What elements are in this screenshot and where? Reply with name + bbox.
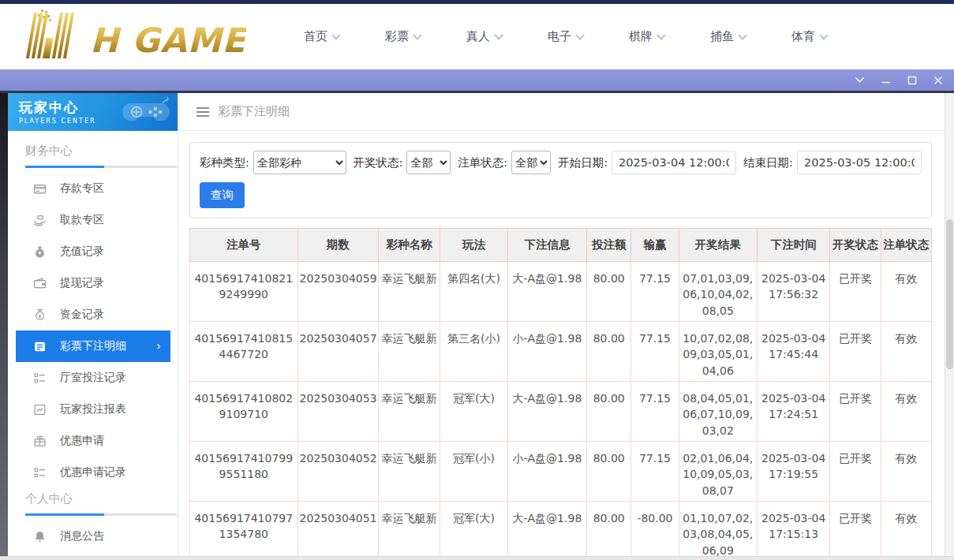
order-status-select[interactable]: 全部	[511, 151, 551, 174]
sidebar-item-withdraw-records[interactable]: 提现记录	[16, 267, 170, 299]
nav-item-label: 首页	[304, 29, 327, 44]
lottery-type-label: 彩种类型:	[200, 155, 249, 170]
end-date-input[interactable]	[797, 151, 922, 174]
cell-bet-time: 2025-03-04 17:56:32	[758, 262, 830, 322]
table-row: 40156917410799955118020250304052幸运飞艇新冠军(…	[190, 442, 932, 502]
query-button[interactable]: 查询	[200, 182, 245, 208]
sidebar-item-promo-apply[interactable]: 优惠申请	[16, 425, 170, 457]
players-center-header: 玩家中心 PLAYERS CENTER	[8, 93, 178, 131]
sidebar-item-recharge-records[interactable]: 充值记录	[16, 236, 170, 267]
section-label: 财务中心	[16, 144, 178, 159]
cell-play-type: 第三名(小)	[440, 322, 507, 382]
window-collapse-button[interactable]	[847, 69, 873, 91]
cell-bet-info: 大-A盘@1.98	[507, 502, 586, 557]
cell-period: 20250304059	[297, 262, 378, 322]
money-bag-icon	[33, 245, 47, 259]
sidebar-item-label: 取款专区	[60, 213, 104, 227]
gift-icon	[33, 435, 47, 448]
sidebar-item-deposit-zone[interactable]: 存款专区	[16, 173, 170, 204]
cell-draw-status: 已开奖	[830, 502, 881, 557]
sidebar-item-lottery-bet-details[interactable]: 彩票下注明细›	[16, 330, 170, 362]
logo-dots-decoration	[41, 9, 43, 12]
draw-status-select[interactable]: 全部	[406, 151, 451, 174]
sidebar-item-label: 存款专区	[60, 181, 104, 196]
chevron-down-icon	[819, 31, 828, 39]
column-header-period: 期数	[297, 229, 378, 262]
nav-item-fishing[interactable]: 捕鱼	[687, 29, 769, 44]
sidebar-item-room-bet-records[interactable]: 厅室投注记录	[16, 362, 170, 394]
sidebar-item-messages[interactable]: 消息公告	[16, 521, 170, 552]
end-date-label: 结束日期:	[743, 155, 793, 170]
nav-item-electronic[interactable]: 电子	[525, 29, 606, 44]
menu-toggle-icon[interactable]	[196, 106, 210, 118]
bet-details-table-wrap: 注单号期数彩种名称玩法下注信息投注额输赢开奖结果下注时间开奖状态注单状态 401…	[189, 228, 932, 556]
cell-lottery-name: 幸运飞艇新	[379, 322, 440, 382]
lottery-type-select[interactable]: 全部彩种	[253, 151, 346, 174]
cell-win-loss: 77.15	[631, 262, 679, 322]
maximize-button[interactable]	[899, 69, 925, 91]
cell-draw-result: 07,01,03,09,06,10,04,02,08,05	[679, 262, 757, 322]
breadcrumb: 彩票下注明细	[178, 93, 945, 131]
bet-details-table: 注单号期数彩种名称玩法下注信息投注额输赢开奖结果下注时间开奖状态注单状态 401…	[189, 228, 932, 556]
close-button[interactable]	[925, 69, 951, 91]
chart-report-icon	[33, 403, 47, 416]
column-header-lottery-name: 彩种名称	[379, 229, 440, 262]
window-left-frame	[0, 93, 8, 556]
column-header-play-type: 玩法	[440, 229, 507, 262]
cell-draw-result: 10,07,02,08,09,03,05,01,04,06	[679, 322, 757, 382]
start-date-label: 开始日期:	[558, 155, 608, 170]
cell-draw-result: 08,04,05,01,06,07,10,09,03,02	[679, 382, 757, 442]
sidebar-item-funds-records[interactable]: 资金记录	[16, 299, 170, 330]
section-label: 个人中心	[16, 491, 178, 506]
cell-bet-amount: 80.00	[587, 322, 631, 382]
cell-bet-time: 2025-03-04 17:24:51	[758, 382, 830, 442]
cell-bet-amount: 80.00	[587, 382, 631, 442]
brand-logo[interactable]: H GAME	[9, 8, 246, 66]
sidebar-item-withdraw-zone[interactable]: 取款专区	[16, 204, 170, 236]
cell-draw-status: 已开奖	[830, 442, 881, 502]
sidebar-item-label: 资金记录	[60, 308, 104, 322]
cell-order-id: 401569174107999551180	[190, 442, 298, 502]
cell-period: 20250304051	[297, 502, 378, 557]
cell-lottery-name: 幸运飞艇新	[379, 382, 440, 442]
site-header: H GAME 首页彩票真人电子棋牌捕鱼体育	[0, 4, 954, 69]
column-header-bet-time: 下注时间	[758, 229, 830, 262]
cell-win-loss: 77.15	[631, 442, 679, 502]
cell-order-status: 有效	[881, 382, 931, 442]
start-date-input[interactable]	[612, 151, 736, 174]
nav-item-lottery[interactable]: 彩票	[362, 29, 443, 44]
cell-bet-info: 小-A盘@1.98	[507, 442, 586, 502]
main-panel: 彩票下注明细 彩种类型: 全部彩种 开奖状态: 全部 注单状态: 全部 开始日期…	[178, 93, 945, 556]
window-bottom-strip	[0, 556, 954, 560]
sidebar-item-label: 玩家投注报表	[60, 402, 126, 416]
hand-money-icon	[33, 214, 47, 227]
nav-item-sports[interactable]: 体育	[769, 29, 850, 44]
cell-order-id: 401569174108219249990	[190, 262, 298, 322]
nav-item-label: 体育	[791, 29, 815, 44]
nav-item-label: 真人	[466, 29, 490, 44]
cell-bet-time: 2025-03-04 17:15:13	[758, 502, 830, 557]
nav-item-home[interactable]: 首页	[281, 29, 362, 44]
minimize-button[interactable]	[873, 69, 899, 91]
nav-item-label: 彩票	[385, 29, 409, 44]
sidebar-item-label: 优惠申请	[60, 434, 104, 448]
cell-lottery-name: 幸运飞艇新	[379, 262, 440, 322]
content-area: 彩种类型: 全部彩种 开奖状态: 全部 注单状态: 全部 开始日期: 结束日期:…	[178, 131, 945, 556]
table-row: 40156917410815446772020250304057幸运飞艇新第三名…	[190, 322, 932, 382]
sidebar-menu: 财务中心存款专区取款专区充值记录提现记录资金记录彩票下注明细›厅室投注记录玩家投…	[8, 131, 178, 552]
nav-item-label: 捕鱼	[710, 29, 734, 44]
table-header-row: 注单号期数彩种名称玩法下注信息投注额输赢开奖结果下注时间开奖状态注单状态	[190, 229, 932, 262]
cell-bet-info: 大-A盘@1.98	[507, 382, 586, 442]
sidebar-item-player-bet-report[interactable]: 玩家投注报表	[16, 394, 170, 425]
sidebar-item-promo-apply-records[interactable]: 优惠申请记录	[16, 457, 170, 488]
cell-period: 20250304057	[297, 322, 378, 382]
cell-period: 20250304052	[297, 442, 378, 502]
nav-item-board-games[interactable]: 棋牌	[606, 29, 687, 44]
list-icon	[33, 371, 47, 385]
scrollbar-thumb[interactable]	[946, 219, 953, 369]
nav-item-live[interactable]: 真人	[443, 29, 525, 44]
cell-bet-info: 小-A盘@1.98	[507, 322, 586, 382]
cell-draw-status: 已开奖	[830, 322, 881, 382]
vertical-scrollbar[interactable]	[945, 93, 954, 556]
cell-play-type: 冠军(小)	[440, 442, 507, 502]
